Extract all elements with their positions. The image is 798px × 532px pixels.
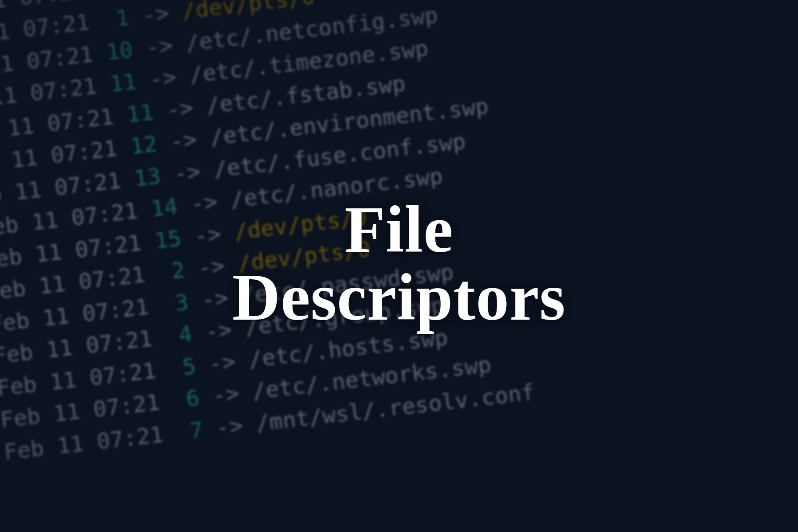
ls-metadata: root 64 Feb 11 07:21 xyxy=(0,420,178,477)
symlink-target: /etc/.netconfig.swp xyxy=(184,2,439,56)
ls-metadata: ot 64 Feb 11 07:21 xyxy=(0,8,104,62)
fd-row: ot 64 Feb 11 07:21 11 -> /etc/.timezone.… xyxy=(0,0,798,129)
arrow: -> xyxy=(176,187,232,219)
fd-number: 3 xyxy=(160,289,190,317)
fd-number: 11 xyxy=(125,99,155,127)
arrow: -> xyxy=(159,156,215,188)
fd-row: root 64 Feb 11 07:21 7 -> /mnt/wsl/.reso… xyxy=(0,318,798,480)
arrow: -> xyxy=(194,347,250,378)
arrow: -> xyxy=(183,251,239,282)
ls-metadata: ot 64 Feb 11 07:21 xyxy=(0,39,108,94)
fd-row: oot 64 Feb 11 07:21 11 -> /etc/.fstab.sw… xyxy=(0,0,798,161)
headline-line-2: Descriptors xyxy=(232,263,566,331)
fd-number: 11 xyxy=(109,68,138,97)
ls-metadata: oot 64 Feb 11 07:21 xyxy=(0,102,128,158)
ls-metadata: oot 64 Feb 11 07:21 xyxy=(0,134,132,190)
arrow: -> xyxy=(135,63,191,94)
symlink-target: /dev/pts/0 xyxy=(181,0,317,24)
fd-row: ot 64 Feb 11 07:21 1 -> /dev/pts/0 xyxy=(0,0,798,65)
fd-number: 5 xyxy=(168,353,197,381)
fd-number: 6 xyxy=(171,385,200,413)
ls-metadata: oot 64 Feb 11 07:21 xyxy=(0,166,136,222)
arrow: -> xyxy=(198,379,254,410)
fd-number: 2 xyxy=(157,257,186,286)
symlink-target: /etc/.fstab.swp xyxy=(205,70,407,118)
ls-metadata: ot 64 Feb 11 07:21 xyxy=(0,0,101,30)
symlink-target: /etc/.fuse.conf.swp xyxy=(212,128,467,182)
arrow: -> xyxy=(152,93,208,124)
ls-metadata: ot 64 Feb 11 07:21 xyxy=(0,71,111,125)
fd-number: 14 xyxy=(149,193,179,222)
fd-number: 0 xyxy=(98,0,127,1)
arrow: -> xyxy=(202,411,258,442)
ls-metadata: root 64 Feb 11 07:21 xyxy=(0,292,163,349)
ls-metadata: root 64 Feb 11 07:21 xyxy=(0,260,160,317)
arrow: -> xyxy=(156,125,211,156)
fd-number: 15 xyxy=(153,225,182,254)
ls-metadata: root 64 Feb 11 07:21 xyxy=(0,196,153,254)
fd-number: 7 xyxy=(175,417,204,445)
symlink-target: /etc/.timezone.swp xyxy=(188,35,430,88)
hero-image: 39/fd# lsot 64 Feb 11 07:21 0 -> /dev/pt… xyxy=(0,0,798,532)
arrow: -> xyxy=(180,219,235,250)
headline-line-1: File xyxy=(232,196,566,263)
fd-number: 1 xyxy=(101,4,130,33)
fd-row: oot 64 Feb 11 07:21 12 -> /etc/.environm… xyxy=(0,31,798,193)
fd-number: 10 xyxy=(105,36,134,65)
ls-metadata: root 64 Feb 11 07:21 xyxy=(0,356,171,413)
ls-metadata: root 64 Feb 11 07:21 xyxy=(0,324,167,381)
fd-number: 4 xyxy=(164,321,193,349)
arrow: -> xyxy=(128,0,184,30)
fd-number: 12 xyxy=(129,131,158,159)
fd-number: 13 xyxy=(133,163,162,191)
symlink-target: /mnt/wsl/.resolv.conf xyxy=(254,379,536,436)
symlink-target: /etc/.environment.swp xyxy=(208,93,490,150)
symlink-target: /etc/.networks.swp xyxy=(251,352,493,404)
fd-row: ot 64 Feb 11 07:21 10 -> /etc/.netconfig… xyxy=(0,0,798,97)
fd-row: ot 64 Feb 11 07:21 0 -> /dev/pts/0 xyxy=(0,0,798,33)
headline: File Descriptors xyxy=(232,196,566,331)
arrow: -> xyxy=(131,31,187,62)
ls-metadata: root 64 Feb 11 07:21 xyxy=(0,228,156,286)
ls-metadata: root 64 Feb 11 07:21 xyxy=(0,388,174,445)
